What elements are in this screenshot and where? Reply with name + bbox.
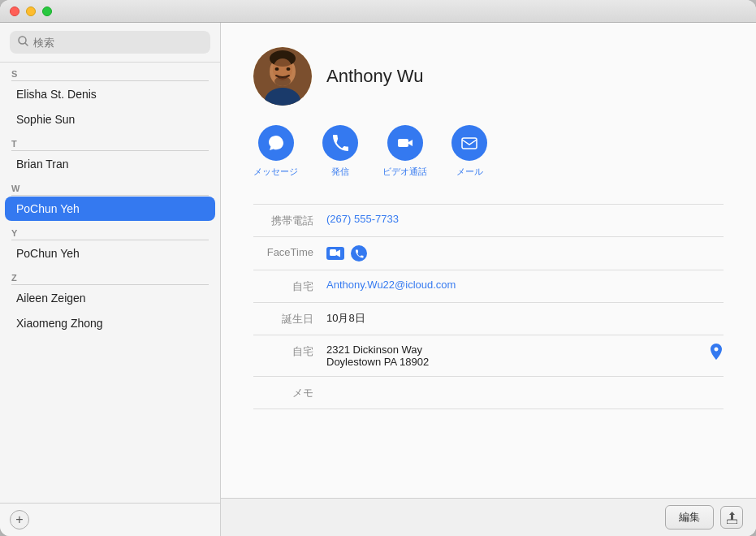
- birthday-row: 誕生日 10月8日: [253, 303, 724, 335]
- email-row: 自宅 Anthony.Wu22@icloud.com: [253, 270, 724, 302]
- birthday-label: 誕生日: [253, 311, 326, 326]
- message-icon: [258, 125, 294, 161]
- search-bar: [0, 23, 220, 63]
- call-icon: [322, 125, 358, 161]
- section-divider-s: [11, 80, 209, 81]
- memo-row: メモ: [253, 377, 724, 408]
- share-button[interactable]: [720, 506, 743, 529]
- avatar-image: [253, 47, 312, 106]
- contact-item-elisha[interactable]: Elisha St. Denis: [5, 82, 215, 106]
- edit-button[interactable]: 編集: [665, 505, 714, 530]
- svg-rect-14: [727, 520, 737, 524]
- contact-item-xiaomeng[interactable]: Xiaomeng Zhong: [5, 311, 215, 335]
- phone-row: 携帯電話 (267) 555-7733: [253, 205, 724, 236]
- search-wrapper: [10, 31, 210, 54]
- section-header-t: T: [0, 132, 220, 150]
- contact-list: S Elisha St. Denis Sophie Sun T Brian Tr…: [0, 63, 220, 503]
- mail-label: メール: [456, 166, 483, 178]
- facetime-video-icon[interactable]: [326, 247, 344, 260]
- close-button[interactable]: [10, 6, 19, 16]
- address-row: 自宅 2321 Dickinson WayDoylestown PA 18902: [253, 335, 724, 376]
- email-value[interactable]: Anthony.Wu22@icloud.com: [326, 279, 724, 291]
- contact-item-brian[interactable]: Brian Tran: [5, 152, 215, 176]
- facetime-row: FaceTime: [253, 237, 724, 270]
- facetime-phone-icon[interactable]: [351, 245, 367, 262]
- svg-point-9: [287, 67, 291, 71]
- info-section: 携帯電話 (267) 555-7733 FaceTime: [253, 204, 724, 409]
- address-label: 自宅: [253, 344, 326, 359]
- section-header-w: W: [0, 177, 220, 195]
- section-divider-y: [11, 240, 209, 240]
- section-header-z: Z: [0, 266, 220, 284]
- memo-label: メモ: [253, 385, 326, 400]
- minimize-button[interactable]: [26, 6, 36, 16]
- detail-content: Anthony Wu メッセージ: [221, 23, 756, 498]
- section-divider-w: [11, 195, 209, 196]
- mail-action-button[interactable]: メール: [451, 125, 487, 178]
- svg-line-1: [25, 43, 28, 45]
- maximize-button[interactable]: [42, 6, 52, 16]
- action-buttons: メッセージ 発信: [253, 125, 724, 181]
- svg-rect-11: [398, 139, 408, 147]
- avatar: [253, 47, 312, 106]
- message-label: メッセージ: [253, 166, 298, 178]
- section-header-s: S: [0, 63, 220, 80]
- message-action-button[interactable]: メッセージ: [253, 125, 298, 178]
- video-label: ビデオ通話: [382, 166, 427, 178]
- main-area: S Elisha St. Denis Sophie Sun T Brian Tr…: [0, 23, 756, 536]
- svg-point-8: [275, 67, 279, 71]
- section-header-y: Y: [0, 222, 220, 240]
- mail-icon: [451, 125, 487, 161]
- birthday-value: 10月8日: [326, 311, 724, 326]
- contact-item-pochun[interactable]: PoChun Yeh: [5, 241, 215, 266]
- phone-label: 携帯電話: [253, 213, 326, 228]
- maps-pin-icon[interactable]: [709, 344, 724, 365]
- contact-header: Anthony Wu: [253, 47, 724, 106]
- svg-rect-13: [330, 249, 336, 256]
- contact-name: Anthony Wu: [326, 66, 423, 87]
- video-icon: [387, 125, 423, 161]
- search-icon: [18, 35, 28, 50]
- detail-panel: Anthony Wu メッセージ: [221, 23, 756, 536]
- app-window: S Elisha St. Denis Sophie Sun T Brian Tr…: [0, 0, 756, 536]
- call-action-button[interactable]: 発信: [322, 125, 358, 178]
- contact-item-sophie[interactable]: Sophie Sun: [5, 107, 215, 132]
- email-label: 自宅: [253, 279, 326, 294]
- add-contact-button[interactable]: +: [10, 510, 29, 530]
- detail-bottom-toolbar: 編集: [221, 498, 756, 536]
- address-value: 2321 Dickinson WayDoylestown PA 18902: [326, 344, 709, 368]
- contact-item-aileen[interactable]: Aileen Zeigen: [5, 286, 215, 310]
- sidebar-bottom: +: [0, 503, 220, 536]
- section-divider-z: [11, 284, 209, 285]
- call-label: 発信: [331, 166, 349, 178]
- search-input[interactable]: [33, 37, 202, 49]
- video-action-button[interactable]: ビデオ通話: [382, 125, 427, 178]
- phone-value[interactable]: (267) 555-7733: [326, 213, 724, 225]
- sidebar: S Elisha St. Denis Sophie Sun T Brian Tr…: [0, 23, 221, 536]
- titlebar: [0, 0, 756, 23]
- facetime-label: FaceTime: [253, 245, 326, 258]
- facetime-icons: [326, 245, 367, 262]
- svg-rect-12: [462, 138, 477, 149]
- section-divider-t: [11, 150, 209, 151]
- divider-bottom: [253, 408, 724, 409]
- contact-item-anthony[interactable]: PoChun Yeh: [5, 197, 215, 221]
